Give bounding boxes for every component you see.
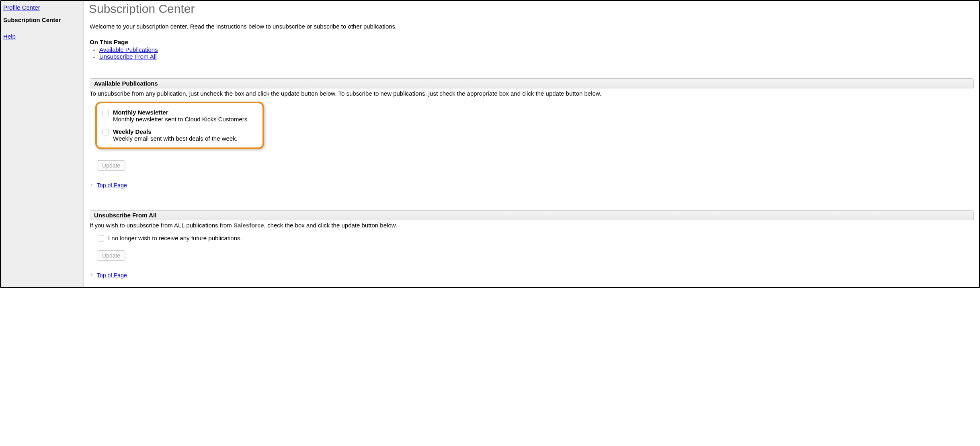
section-header-unsubscribe: Unsubscribe From All [90,210,974,220]
publication-row: Monthly Newsletter Monthly newsletter se… [103,109,258,123]
unsubscribe-desc-pre: If you wish to unsubscribe from ALL publ… [90,222,234,229]
available-section-desc: To unsubscribe from any publication, jus… [90,88,974,99]
update-button-available[interactable]: Update [97,160,125,171]
main-content: Subscription Center Welcome to your subs… [84,1,979,287]
company-name: Salesforce [234,222,264,229]
on-this-page-label: On This Page [90,39,974,45]
unsubscribe-all-checkbox[interactable] [98,235,104,241]
arrow-down-icon: ⇣ [92,54,96,59]
top-of-page-link[interactable]: Top of Page [97,182,127,188]
unsubscribe-desc: If you wish to unsubscribe from ALL publ… [90,220,974,230]
section-header-available: Available Publications [90,78,974,88]
publication-title: Monthly Newsletter [113,109,247,116]
page-title: Subscription Center [84,1,979,17]
publication-checkbox-weekly-deals[interactable] [103,129,109,135]
sidebar-item-profile-center[interactable]: Profile Center [3,4,81,11]
intro-text: Welcome to your subscription center. Rea… [90,23,974,30]
arrow-down-icon: ⇣ [92,47,96,53]
sidebar-item-help[interactable]: Help [3,33,81,40]
top-of-page-link[interactable]: Top of Page [97,272,127,278]
jump-link-available-publications[interactable]: Available Publications [99,46,158,53]
unsubscribe-all-label: I no longer wish to receive any future p… [108,235,242,241]
publication-checkbox-monthly-newsletter[interactable] [103,110,109,116]
publications-highlight-box: Monthly Newsletter Monthly newsletter se… [95,102,264,149]
publication-row: Weekly Deals Weekly email sent with best… [103,128,258,142]
jump-link-unsubscribe-from-all[interactable]: Unsubscribe From All [99,53,157,60]
publication-desc: Weekly email sent with best deals of the… [113,135,238,142]
sidebar: Profile Center Subscription Center Help [1,1,84,287]
arrow-up-icon: ↑ [90,272,94,278]
update-button-unsubscribe[interactable]: Update [97,250,125,261]
publication-title: Weekly Deals [113,128,238,135]
unsubscribe-desc-post: , check the box and click the update but… [264,222,397,229]
arrow-up-icon: ↑ [90,182,94,188]
publication-desc: Monthly newsletter sent to Cloud Kicks C… [113,116,247,123]
sidebar-item-subscription-center[interactable]: Subscription Center [3,16,81,23]
